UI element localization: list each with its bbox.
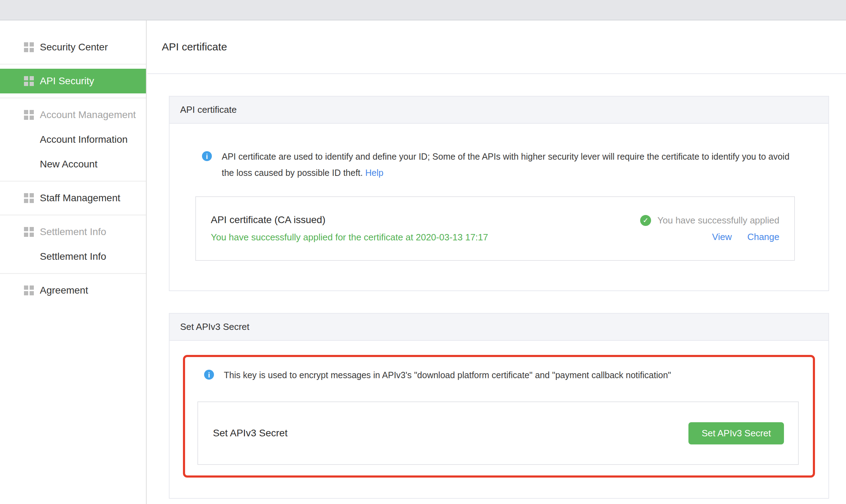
sidebar-item-agreement[interactable]: Agreement [0, 278, 146, 303]
sidebar-group: API Security [0, 64, 146, 98]
api-certificate-card: API certificate API certificate are used… [169, 96, 829, 291]
check-circle-icon [640, 215, 651, 226]
sidebar-group: Security Center [0, 20, 146, 64]
card-header: Set APIv3 Secret [170, 314, 828, 341]
sidebar-item-security-center[interactable]: Security Center [0, 35, 146, 60]
sidebar-item-label: New Account [40, 159, 97, 170]
apiv3-info-row: This key is used to encrypt messages in … [197, 367, 799, 383]
sidebar-group: Staff Management [0, 182, 146, 215]
sidebar-item-new-account[interactable]: New Account [0, 152, 146, 177]
set-apiv3-secret-button[interactable]: Set APIv3 Secret [688, 422, 784, 444]
sidebar-item-api-security[interactable]: API Security [0, 69, 146, 93]
page-title: API certificate [162, 41, 227, 53]
certificate-info-row: API certificate are used to identify and… [195, 148, 795, 181]
certificate-item-box: API certificate (CA issued) You have suc… [195, 196, 795, 261]
sidebar-item-label: Agreement [40, 285, 88, 296]
certificate-item-title: API certificate (CA issued) [211, 214, 488, 226]
grid-icon [24, 193, 34, 203]
grid-icon [24, 110, 34, 120]
apiv3-info-text: This key is used to encrypt messages in … [224, 367, 671, 383]
certificate-success-detail: You have successfully applied for the ce… [211, 232, 488, 243]
sidebar-item-settlement-info-parent[interactable]: Settlement Info [0, 220, 146, 244]
change-link[interactable]: Change [747, 232, 779, 242]
sidebar: Security Center API Security Account Man… [0, 20, 147, 504]
sidebar-group: Agreement [0, 274, 146, 307]
top-bar [0, 0, 846, 20]
apiv3-secret-card: Set APIv3 Secret This key is used to enc… [169, 313, 829, 499]
sidebar-item-account-information[interactable]: Account Information [0, 127, 146, 152]
card-header: API certificate [170, 97, 828, 124]
grid-icon [24, 76, 34, 86]
highlight-red-box: This key is used to encrypt messages in … [183, 355, 815, 478]
help-link[interactable]: Help [365, 168, 383, 178]
sidebar-item-label: Settlement Info [40, 251, 106, 262]
sidebar-item-label: Account Management [40, 109, 136, 121]
status-badge: You have successfully applied [657, 215, 779, 226]
page-header: API certificate [147, 20, 846, 74]
apiv3-item-title: Set APIv3 Secret [213, 428, 288, 439]
sidebar-item-label: Account Information [40, 134, 128, 145]
apiv3-item-box: Set APIv3 Secret Set APIv3 Secret [197, 401, 799, 465]
sidebar-item-label: Staff Management [40, 192, 120, 204]
sidebar-item-account-management[interactable]: Account Management [0, 103, 146, 127]
certificate-info-text: API certificate are used to identify and… [222, 148, 795, 181]
main-content: API certificate API certificate API cert… [147, 20, 846, 499]
view-link[interactable]: View [712, 232, 732, 242]
info-icon [202, 151, 212, 161]
sidebar-item-staff-management[interactable]: Staff Management [0, 186, 146, 210]
grid-icon [24, 42, 34, 52]
sidebar-group: Settlement Info Settlement Info [0, 215, 146, 274]
sidebar-item-settlement-info[interactable]: Settlement Info [0, 244, 146, 269]
grid-icon [24, 227, 34, 237]
grid-icon [24, 285, 34, 295]
sidebar-item-label: Settlement Info [40, 226, 106, 238]
sidebar-item-label: Security Center [40, 42, 108, 53]
sidebar-item-label: API Security [40, 75, 94, 87]
sidebar-group: Account Management Account Information N… [0, 98, 146, 182]
certificate-info-sentence: API certificate are used to identify and… [222, 152, 790, 178]
certificate-status-row: You have successfully applied [640, 215, 779, 226]
info-icon [204, 370, 214, 380]
